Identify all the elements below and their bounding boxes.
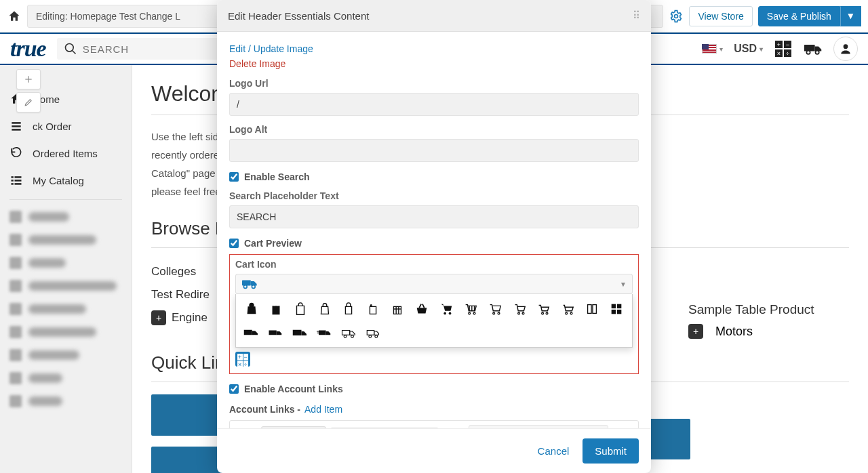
svg-rect-42: [612, 304, 616, 308]
svg-point-54: [302, 335, 305, 338]
svg-point-34: [517, 312, 519, 314]
svg-point-33: [498, 312, 500, 314]
enable-account-links-label: Enable Account Links: [244, 384, 343, 394]
svg-rect-45: [617, 310, 621, 314]
svg-point-58: [320, 335, 323, 338]
delete-row-icon[interactable]: ✕: [611, 421, 638, 428]
svg-rect-52: [293, 330, 302, 335]
svg-rect-63: [367, 331, 374, 335]
svg-point-47: [245, 335, 248, 338]
cart-half-icon[interactable]: [583, 301, 601, 317]
shopping-bag-outline-icon[interactable]: [292, 301, 309, 317]
svg-rect-60: [342, 331, 350, 335]
shopping-bag-thin-icon[interactable]: [340, 301, 358, 317]
svg-point-37: [547, 312, 549, 314]
modal-body: Edit / Update Image Delete Image Logo Ur…: [217, 32, 651, 428]
svg-point-26: [449, 312, 452, 315]
shopping-bag-solid-icon[interactable]: [267, 301, 285, 317]
svg-point-61: [344, 335, 347, 338]
svg-point-20: [252, 285, 255, 289]
truck-fast-icon[interactable]: [316, 325, 334, 342]
svg-point-62: [351, 335, 354, 338]
logo-url-input[interactable]: [229, 93, 639, 116]
svg-point-32: [492, 312, 494, 314]
cart-outline-icon[interactable]: [486, 301, 504, 317]
truck-outline2-icon[interactable]: [365, 325, 382, 342]
add-item-link[interactable]: Add Item: [304, 404, 342, 415]
cart-outline3-icon[interactable]: [535, 301, 553, 317]
chevron-down-icon: ▼: [620, 281, 627, 288]
account-link-row: ⠿ Login▼ NOT LOGGED IN✕ ✕: [230, 421, 638, 428]
truck-solid-icon[interactable]: [243, 325, 260, 342]
drag-handle-icon[interactable]: ⠿: [633, 9, 640, 22]
svg-rect-49: [269, 331, 277, 335]
sidebar-tab-edit[interactable]: [16, 92, 41, 112]
cancel-button[interactable]: Cancel: [538, 445, 570, 457]
modal-title: Edit Header Essentials Content: [228, 10, 369, 22]
tag-bag-icon[interactable]: [364, 301, 382, 317]
enable-account-links-checkbox[interactable]: [229, 384, 239, 394]
svg-point-31: [473, 312, 475, 314]
svg-point-21: [371, 305, 372, 306]
modal-backdrop: Edit Header Essentials Content ⠿ Edit / …: [0, 0, 868, 473]
delete-image-link[interactable]: Delete Image: [229, 58, 285, 69]
svg-point-64: [369, 335, 372, 338]
cart-outline2-icon[interactable]: [511, 301, 528, 317]
cart-preview-checkbox[interactable]: [229, 239, 239, 248]
svg-rect-41: [593, 305, 597, 314]
enable-search-label: Enable Search: [244, 171, 310, 182]
svg-point-59: [327, 335, 330, 338]
svg-point-19: [243, 285, 247, 289]
svg-point-48: [254, 335, 256, 338]
svg-point-38: [566, 312, 568, 314]
cart-icon-dropdown: [235, 294, 633, 348]
grid-bag-icon[interactable]: [389, 301, 406, 317]
cart-preview-label: Cart Preview: [244, 238, 302, 249]
truck-icon: [241, 279, 259, 289]
cart-grid-icon[interactable]: [462, 301, 479, 317]
cart-icon-label: Cart Icon: [235, 259, 633, 270]
svg-point-50: [271, 335, 273, 338]
bag-handle-solid-icon[interactable]: [243, 301, 260, 317]
svg-rect-18: [242, 280, 251, 285]
cart-thin-icon[interactable]: [559, 301, 576, 317]
search-placeholder-input[interactable]: [229, 205, 639, 228]
basket-icon[interactable]: [413, 301, 431, 317]
calculator-badge-icon: +−×÷: [235, 352, 250, 367]
truck-solid3-icon[interactable]: [292, 325, 309, 342]
edit-image-link[interactable]: Edit / Update Image: [229, 43, 313, 54]
svg-point-53: [295, 335, 298, 338]
svg-point-51: [277, 335, 280, 338]
svg-rect-40: [588, 305, 592, 314]
edit-header-modal: Edit Header Essentials Content ⠿ Edit / …: [217, 0, 651, 473]
svg-point-65: [375, 335, 378, 338]
submit-button[interactable]: Submit: [583, 438, 639, 464]
cart-solid-icon[interactable]: [437, 301, 455, 317]
truck-solid2-icon[interactable]: [267, 325, 285, 342]
truck-outline-icon[interactable]: [340, 325, 358, 342]
shopping-bag-outline2-icon[interactable]: [316, 301, 334, 317]
svg-point-39: [570, 312, 572, 314]
svg-rect-43: [617, 304, 621, 308]
logo-alt-label: Logo Alt: [229, 124, 639, 135]
cart-icon-section: Cart Icon ▼: [229, 254, 639, 374]
svg-rect-55: [319, 331, 326, 335]
drag-handle-icon[interactable]: ⠿: [230, 421, 258, 428]
modal-footer: Cancel Submit: [217, 428, 651, 473]
account-links-label: Account Links -: [229, 404, 300, 415]
svg-point-35: [522, 312, 524, 314]
svg-point-25: [443, 312, 446, 315]
search-placeholder-label: Search Placeholder Text: [229, 190, 639, 201]
logo-alt-input[interactable]: [229, 139, 639, 162]
svg-point-30: [469, 312, 471, 314]
modal-header: Edit Header Essentials Content ⠿: [217, 0, 651, 32]
logo-url-label: Logo Url: [229, 78, 639, 89]
calc-icon[interactable]: [608, 301, 625, 317]
sidebar-tab-add[interactable]: [16, 69, 41, 89]
account-links-table: ⠿ Login▼ NOT LOGGED IN✕ ✕ ⠿ My Account▼ …: [229, 420, 639, 428]
svg-rect-44: [612, 310, 616, 314]
svg-rect-46: [244, 330, 252, 335]
svg-point-36: [542, 312, 544, 314]
cart-icon-select[interactable]: ▼: [235, 274, 633, 294]
enable-search-checkbox[interactable]: [229, 172, 239, 182]
